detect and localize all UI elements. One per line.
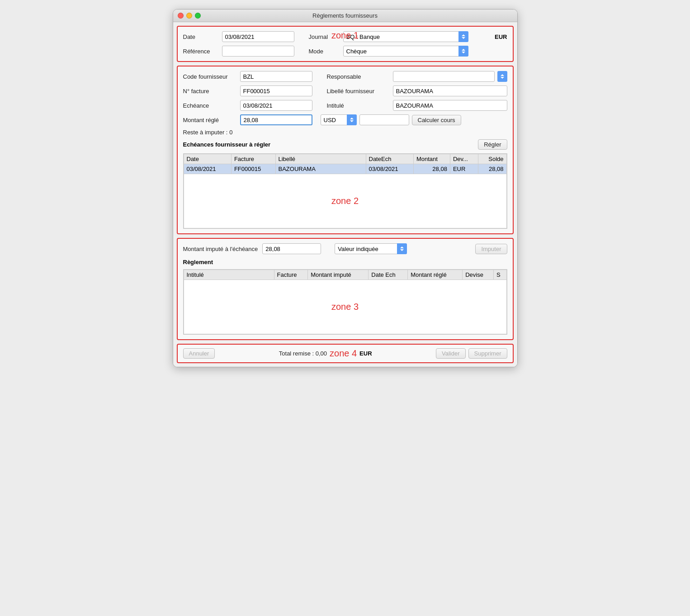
montant-impute-label: Montant imputé à l'échéance <box>183 246 258 252</box>
echeances-empty-area: zone 2 <box>184 174 507 228</box>
reference-input[interactable] <box>222 46 294 57</box>
code-fournisseur-label: Code fournisseur <box>183 73 237 80</box>
td-date: 03/08/2021 <box>184 164 231 174</box>
th-solde: Solde <box>478 154 506 164</box>
libelle-fournisseur-input[interactable] <box>393 85 507 96</box>
td-montant: 28,08 <box>413 164 450 174</box>
currency-select-wrapper: USD EUR <box>321 114 357 125</box>
zone4: Annuler Total remise : 0,00 zone 4 EUR V… <box>177 344 514 363</box>
reglement-header-row: Intitulé Facture Montant imputé Date Ech… <box>184 270 506 280</box>
window-body: Date Journal BQ : Banque EUR Référence <box>173 22 517 367</box>
th-date-ech: Date Ech <box>369 270 408 280</box>
valeur-select[interactable]: Valeur indiquée <box>335 243 407 254</box>
zone2: Code fournisseur Responsable N° facture … <box>177 66 514 234</box>
montant-regle-input[interactable] <box>240 114 312 125</box>
zone4-label: zone 4 <box>330 348 357 359</box>
th-montant-regle: Montant réglé <box>408 270 463 280</box>
maximize-button[interactable] <box>195 13 201 19</box>
zone1-grid: Date Journal BQ : Banque EUR Référence <box>183 31 507 57</box>
journal-label: Journal <box>309 33 340 40</box>
journal-select[interactable]: BQ : Banque <box>343 31 468 42</box>
zone3-top: Montant imputé à l'échéance Valeur indiq… <box>183 243 507 254</box>
window-title: Règlements fournisseurs <box>312 12 378 19</box>
n-facture-label: N° facture <box>183 88 237 95</box>
th-montant-impute: Montant imputé <box>308 270 369 280</box>
th-date: Date <box>184 154 231 164</box>
echeances-table-container: Date Facture Libellé DateEch Montant Dev… <box>183 153 507 229</box>
close-button[interactable] <box>178 13 184 19</box>
mode-select[interactable]: Chèque <box>343 46 468 57</box>
imputer-button[interactable]: Imputer <box>475 244 507 254</box>
total-remise-text: Total remise : 0,00 <box>279 350 327 357</box>
supprimer-button[interactable]: Supprimer <box>468 348 507 359</box>
responsable-input[interactable] <box>393 71 495 82</box>
zone4-content: Annuler Total remise : 0,00 zone 4 EUR V… <box>183 348 507 359</box>
th-s: S <box>494 270 506 280</box>
echeances-title: Echéances fournisseur à régler <box>183 141 271 148</box>
zone1: Date Journal BQ : Banque EUR Référence <box>177 26 514 62</box>
td-devise: EUR <box>450 164 478 174</box>
intitule-label: Intitulé <box>327 102 390 109</box>
zone4-right: Valider Supprimer <box>436 348 507 359</box>
table-row[interactable]: 03/08/2021 FF000015 BAZOURAMA 03/08/2021… <box>184 164 506 174</box>
th-devise: Devise <box>463 270 494 280</box>
reference-label: Référence <box>183 48 219 55</box>
journal-select-wrapper: BQ : Banque <box>343 31 468 42</box>
mode-select-wrapper: Chèque <box>343 46 468 57</box>
libelle-fournisseur-label: Libellé fournisseur <box>327 88 390 95</box>
window-controls <box>178 13 201 19</box>
zone2-row2: N° facture Libellé fournisseur <box>183 85 507 96</box>
zone2-row3: Echéance Intitulé <box>183 100 507 111</box>
date-label: Date <box>183 33 219 40</box>
td-libelle: BAZOURAMA <box>275 164 366 174</box>
main-window: Règlements fournisseurs Date Journal BQ … <box>173 9 518 367</box>
calculer-cours-button[interactable]: Calculer cours <box>412 115 461 125</box>
zone4-center: Total remise : 0,00 zone 4 EUR <box>279 348 372 359</box>
date-input[interactable] <box>222 31 294 42</box>
echeance-label: Echéance <box>183 102 237 109</box>
td-facture: FF000015 <box>231 164 275 174</box>
zone3-label: zone 3 <box>331 302 359 312</box>
montant-impute-input[interactable] <box>262 243 321 254</box>
intitule-input[interactable] <box>393 100 507 111</box>
valider-button[interactable]: Valider <box>436 348 466 359</box>
zone2-label: zone 2 <box>331 196 359 206</box>
th-facture: Facture <box>274 270 308 280</box>
echeance-input[interactable] <box>240 100 312 111</box>
echeances-table: Date Facture Libellé DateEch Montant Dev… <box>184 154 507 174</box>
echeances-header: Echéances fournisseur à régler Régler <box>183 139 507 150</box>
th-facture: Facture <box>231 154 275 164</box>
responsable-label: Responsable <box>327 73 390 80</box>
arrow-down-icon <box>501 77 504 79</box>
reglement-table-container: Intitulé Facture Montant imputé Date Ech… <box>183 269 507 335</box>
valeur-select-wrapper: Valeur indiquée <box>335 243 407 254</box>
zone3: Montant imputé à l'échéance Valeur indiq… <box>177 238 514 340</box>
cours-input[interactable] <box>359 114 409 125</box>
mode-label: Mode <box>309 48 340 55</box>
td-solde: 28,08 <box>478 164 506 174</box>
zone2-row4: Montant réglé USD EUR Calculer cours <box>183 114 507 125</box>
th-libelle: Libellé <box>275 154 366 164</box>
reglement-table: Intitulé Facture Montant imputé Date Ech… <box>184 270 507 280</box>
n-facture-input[interactable] <box>240 85 312 96</box>
responsable-select-arrow <box>497 71 507 82</box>
montant-regle-label: Montant réglé <box>183 117 237 123</box>
reste-text: Reste à imputer : 0 <box>183 129 507 136</box>
annuler-button[interactable]: Annuler <box>183 348 215 359</box>
currency-label: EUR <box>471 33 507 40</box>
table-header-row: Date Facture Libellé DateEch Montant Dev… <box>184 154 506 164</box>
reglement-title: Règlement <box>183 259 507 265</box>
zone4-currency-label: EUR <box>359 350 372 357</box>
minimize-button[interactable] <box>186 13 192 19</box>
td-dateech: 03/08/2021 <box>366 164 413 174</box>
th-intitule: Intitulé <box>184 270 274 280</box>
title-bar: Règlements fournisseurs <box>173 9 517 22</box>
reglement-empty-area: zone 3 <box>184 280 507 334</box>
regler-button[interactable]: Régler <box>478 139 507 150</box>
zone2-row1: Code fournisseur Responsable <box>183 71 507 82</box>
arrow-up-icon <box>501 74 504 76</box>
th-devise: Dev... <box>450 154 478 164</box>
th-dateech: DateEch <box>366 154 413 164</box>
currency-select[interactable]: USD EUR <box>321 114 357 125</box>
code-fournisseur-input[interactable] <box>240 71 312 82</box>
